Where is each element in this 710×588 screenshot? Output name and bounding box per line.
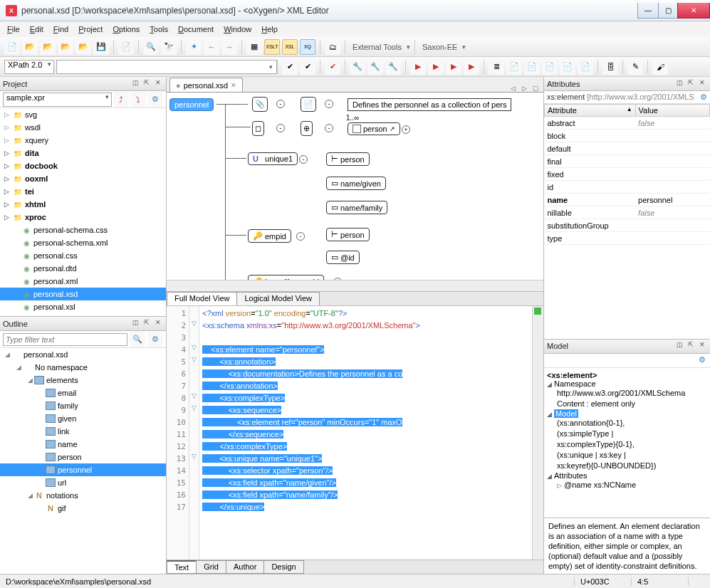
- menu-project[interactable]: Project: [78, 25, 103, 33]
- gear-icon[interactable]: ⚙: [147, 332, 163, 347]
- panel-close-icon[interactable]: ✕: [153, 319, 163, 329]
- tab-grid[interactable]: Grid: [196, 560, 226, 574]
- project-file[interactable]: ◉personal-schema.css: [0, 224, 166, 236]
- expand-icon[interactable]: -: [325, 124, 333, 132]
- xslt2-icon[interactable]: XSL: [282, 39, 298, 55]
- panel-float-icon[interactable]: ◫: [674, 79, 684, 89]
- panel-float-icon[interactable]: ◫: [130, 79, 140, 89]
- wrench3-icon[interactable]: 🔧: [385, 59, 401, 75]
- spell-icon[interactable]: ✔: [282, 59, 298, 75]
- attributes-table[interactable]: Attribute ▲Valueabstractfalseblockdefaul…: [544, 104, 710, 339]
- collapse-icon[interactable]: ⤵: [130, 92, 146, 107]
- search-icon[interactable]: 🔍: [130, 332, 145, 347]
- outline-item[interactable]: ◢Nnotations: [0, 489, 166, 502]
- attribute-row[interactable]: fixed: [545, 168, 710, 181]
- outline-item[interactable]: ◢personal.xsd: [0, 348, 166, 361]
- open4-icon[interactable]: 📂: [75, 39, 91, 55]
- panel-float-icon[interactable]: ◫: [674, 341, 684, 351]
- fold-gutter[interactable]: ▽▽▽▽▽▽: [189, 306, 199, 560]
- outline-item[interactable]: family: [0, 399, 166, 412]
- overview-ruler[interactable]: [532, 306, 543, 560]
- gear-icon[interactable]: ⚙: [147, 92, 163, 107]
- tab-text[interactable]: Text: [167, 560, 197, 574]
- doc3-icon[interactable]: 📄: [542, 59, 558, 75]
- back-icon[interactable]: ←: [204, 39, 219, 55]
- tab-author[interactable]: Author: [226, 560, 264, 574]
- xslt-icon[interactable]: XSLT: [264, 39, 280, 55]
- diagram-root-node[interactable]: personnel: [169, 98, 214, 111]
- db-icon[interactable]: 🗄: [602, 59, 618, 75]
- outline-item[interactable]: Ngif: [0, 502, 166, 515]
- tab-design[interactable]: Design: [263, 560, 303, 574]
- project-tree[interactable]: ▷📁svg▷📁wsdl▷📁xquery▷📁dita▷📁docbook▷📁ooxm…: [0, 108, 166, 316]
- save-icon[interactable]: 💾: [93, 39, 109, 55]
- cfg-icon[interactable]: 🗂: [325, 39, 340, 55]
- nav-star-icon[interactable]: ✦: [186, 39, 202, 55]
- binoc-icon[interactable]: 🔭: [161, 39, 177, 55]
- outline-item[interactable]: given: [0, 412, 166, 425]
- editor-tab[interactable]: ● personal.xsd ✕: [169, 78, 243, 92]
- newx-icon[interactable]: 📄: [118, 39, 134, 55]
- panel-close-icon[interactable]: ✕: [697, 341, 707, 351]
- outline-item[interactable]: ◢No namespace: [0, 361, 166, 374]
- outline-item[interactable]: ◢elements: [0, 374, 166, 387]
- brush-icon[interactable]: 🖌: [652, 59, 668, 75]
- grid-icon[interactable]: ▦: [246, 39, 262, 55]
- menu-document[interactable]: Document: [178, 25, 214, 33]
- doc5-icon[interactable]: 📄: [578, 59, 593, 75]
- open3-icon[interactable]: 📂: [58, 39, 73, 55]
- diagram-person-ref[interactable]: person↗: [348, 122, 400, 135]
- close-button[interactable]: ✕: [677, 3, 710, 19]
- xpath-version-combo[interactable]: XPath 2.0: [4, 60, 54, 74]
- minimize-button[interactable]: —: [637, 3, 659, 19]
- expand-icon[interactable]: -: [276, 124, 285, 132]
- xq-icon[interactable]: XQ: [300, 39, 315, 55]
- gear-icon[interactable]: ⚙: [699, 355, 706, 364]
- attribute-row[interactable]: block: [545, 130, 710, 142]
- menu-tools[interactable]: Tools: [150, 25, 168, 33]
- expand-icon[interactable]: -: [276, 100, 285, 108]
- attribute-row[interactable]: final: [545, 155, 710, 168]
- project-folder[interactable]: ▷📁xproc: [0, 211, 166, 224]
- prev-tab-icon[interactable]: ◁: [508, 85, 518, 92]
- outline-item[interactable]: name: [0, 438, 166, 451]
- run3-icon[interactable]: ▶: [446, 59, 461, 75]
- doc4-icon[interactable]: 📄: [560, 59, 575, 75]
- project-folder[interactable]: ▷📁ooxml: [0, 172, 166, 185]
- project-file[interactable]: ◉personal-schema.xml: [0, 236, 166, 249]
- project-file-combo[interactable]: sample.xpr: [3, 93, 112, 107]
- project-file[interactable]: ◉personal.xsd: [0, 288, 166, 300]
- panel-close-icon[interactable]: ✕: [153, 79, 163, 89]
- project-folder[interactable]: ▷📁svg: [0, 108, 166, 121]
- project-file[interactable]: ◉personal.css: [0, 249, 166, 262]
- outline-item[interactable]: email: [0, 387, 166, 399]
- project-file[interactable]: ◉personal.xml: [0, 275, 166, 288]
- search-icon[interactable]: 🔍: [143, 39, 159, 55]
- gear-icon[interactable]: ⚙: [700, 93, 707, 102]
- expand-icon[interactable]: +: [402, 125, 410, 134]
- menu-find[interactable]: Find: [53, 25, 68, 33]
- outline-tree[interactable]: ◢personal.xsd◢No namespace◢elementsemail…: [0, 348, 166, 574]
- code-area[interactable]: <?xml version="1.0" encoding="UTF-8"?><x…: [199, 306, 532, 560]
- project-folder[interactable]: ▷📁xquery: [0, 134, 166, 147]
- panel-pin-icon[interactable]: ⇱: [686, 79, 696, 89]
- panel-close-icon[interactable]: ✕: [697, 79, 707, 89]
- model-selected[interactable]: Model: [554, 409, 578, 418]
- project-folder[interactable]: ▷📁xhtml: [0, 198, 166, 211]
- attribute-row[interactable]: id: [545, 181, 710, 194]
- validate-icon[interactable]: ✔: [325, 59, 340, 75]
- attribute-row[interactable]: namepersonnel: [545, 194, 710, 206]
- attribute-row[interactable]: default: [545, 142, 710, 155]
- new-icon[interactable]: 📄: [4, 39, 20, 55]
- diagram-selector-person2[interactable]: ⊢ person: [326, 228, 370, 241]
- panel-pin-icon[interactable]: ⇱: [142, 319, 152, 329]
- menu-options[interactable]: Options: [113, 25, 140, 33]
- outline-item[interactable]: person: [0, 451, 166, 463]
- maximize-button[interactable]: ▢: [658, 3, 678, 19]
- project-file[interactable]: ◉personal.dtd: [0, 262, 166, 275]
- engine-label[interactable]: Saxon-EE: [422, 43, 458, 51]
- tab-full-model[interactable]: Full Model View: [167, 292, 237, 305]
- diagram-field-namegiven[interactable]: ▭ name/given: [326, 177, 386, 190]
- forward-icon[interactable]: →: [221, 39, 237, 55]
- tab-logical-model[interactable]: Logical Model View: [236, 292, 320, 305]
